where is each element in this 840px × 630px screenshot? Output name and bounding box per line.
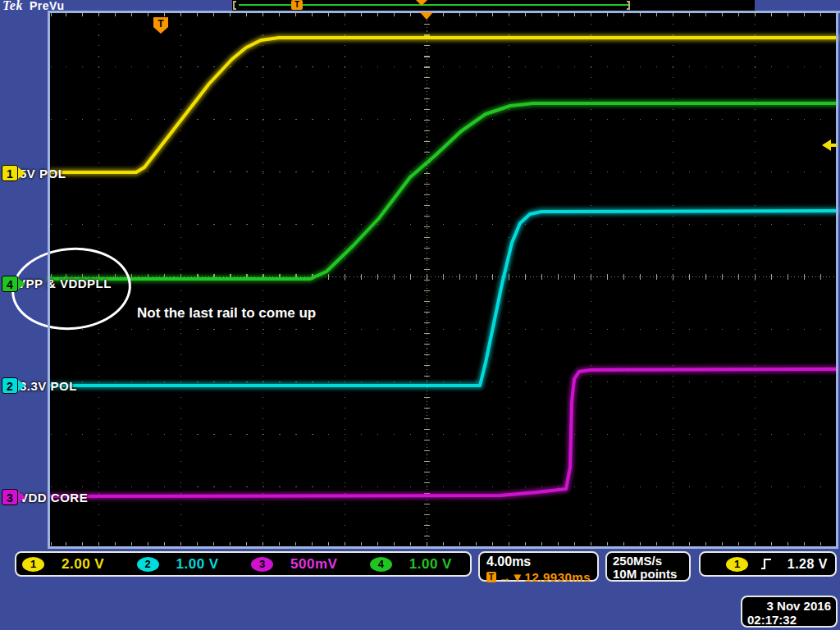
channel-1-badge[interactable]: 1 xyxy=(22,557,44,572)
frame-right xyxy=(836,11,838,549)
channel-2-scale: 1.00 V xyxy=(176,556,219,573)
channel-3-marker-tip xyxy=(18,491,25,503)
gridline xyxy=(50,434,836,435)
frame-bottom xyxy=(48,546,838,549)
center-vertical-axis-line xyxy=(427,13,427,546)
gridline xyxy=(50,486,836,487)
channel-2-scale-group[interactable]: 2 1.00 V xyxy=(137,556,219,573)
record-length: 10M points xyxy=(613,568,683,581)
channel-1-badge[interactable]: 1 xyxy=(2,165,18,181)
graticule xyxy=(50,13,836,546)
trigger-readout[interactable]: 1 1.28 V xyxy=(699,551,837,577)
rising-edge-icon xyxy=(760,557,773,571)
zoom-bracket-left[interactable] xyxy=(233,1,236,10)
zoom-bracket-right[interactable] xyxy=(627,1,630,10)
channel-3-badge[interactable]: 3 xyxy=(2,489,18,505)
channel-2-marker-tip xyxy=(18,380,25,391)
gridline xyxy=(50,66,836,67)
gridline xyxy=(262,13,263,546)
channel-2-badge[interactable]: 2 xyxy=(137,557,159,572)
annotation-text: Not the last rail to come up xyxy=(137,305,316,322)
trigger-position-icon[interactable] xyxy=(420,12,433,20)
trace-label-ch3: VDD CORE xyxy=(20,491,88,504)
gridline xyxy=(50,224,836,225)
delay-value: 12.9930ms xyxy=(525,570,591,584)
top-tick-strip xyxy=(50,13,836,16)
sample-rate: 250MS/s xyxy=(613,555,683,568)
trigger-symbol-icon: T xyxy=(486,572,496,582)
channel-4-scale-group[interactable]: 4 1.00 V xyxy=(370,556,452,573)
record-position-icon[interactable] xyxy=(416,0,427,6)
channel-1-marker[interactable]: 1 xyxy=(2,165,28,183)
channel-4-scale: 1.00 V xyxy=(409,556,452,573)
channel-2-badge[interactable]: 2 xyxy=(2,377,18,394)
gridline xyxy=(50,171,836,172)
channel-2-marker[interactable]: 2 xyxy=(2,377,28,395)
gridline xyxy=(673,13,673,546)
record-trigger-marker[interactable]: T xyxy=(291,0,303,10)
delay-arrows-icon: →▼ xyxy=(499,570,524,584)
gridline xyxy=(50,381,836,382)
record-view-bar[interactable]: T xyxy=(232,0,755,11)
channel-3-scale: 500mV xyxy=(290,556,337,573)
datetime-readout: 3 Nov 2016 02:17:32 xyxy=(741,596,838,628)
trigger-source-badge[interactable]: 1 xyxy=(726,557,748,572)
channel-1-marker-tip xyxy=(18,167,25,179)
trigger-level-arrow-tail xyxy=(830,144,837,147)
gridline xyxy=(755,13,756,546)
channel-4-badge[interactable]: 4 xyxy=(2,276,18,292)
acquisition-readout[interactable]: 250MS/s 10M points xyxy=(605,551,691,582)
gridline xyxy=(180,13,181,546)
time-value: 02:17:32 xyxy=(747,613,831,627)
gridline xyxy=(345,13,345,546)
center-horizontal-axis-line xyxy=(50,276,836,277)
timebase-readout[interactable]: 4.00ms T →▼ 12.9930ms xyxy=(478,551,599,582)
gridline xyxy=(509,13,509,546)
tek-logo: Tek xyxy=(2,0,23,13)
channel-3-badge[interactable]: 3 xyxy=(251,557,273,572)
channel-3-marker[interactable]: 3 xyxy=(2,489,28,507)
channel-4-badge[interactable]: 4 xyxy=(370,557,392,572)
trigger-delay-readout: T →▼ 12.9930ms xyxy=(486,570,591,584)
bottom-tick-strip xyxy=(50,542,836,546)
frame-top xyxy=(48,11,840,13)
oscilloscope-screen: Tek PreVu T T xyxy=(0,0,840,630)
timebase-scale: 4.00ms xyxy=(486,555,591,569)
gridline xyxy=(50,329,836,330)
gridline xyxy=(50,119,836,120)
gridline xyxy=(591,13,591,546)
channel-4-marker[interactable]: 4 xyxy=(2,276,28,294)
channel-4-marker-tip xyxy=(18,278,25,290)
date-value: 3 Nov 2016 xyxy=(747,599,831,613)
frame-left xyxy=(48,11,50,549)
channel-3-scale-group[interactable]: 3 500mV xyxy=(251,556,337,573)
channel-scale-readout[interactable]: 1 2.00 V 2 1.00 V 3 500mV 4 1.00 V xyxy=(15,551,472,577)
trigger-level-value: 1.28 V xyxy=(788,557,828,572)
channel-1-scale: 2.00 V xyxy=(62,556,104,573)
channel-1-scale-group[interactable]: 1 2.00 V xyxy=(22,556,104,573)
